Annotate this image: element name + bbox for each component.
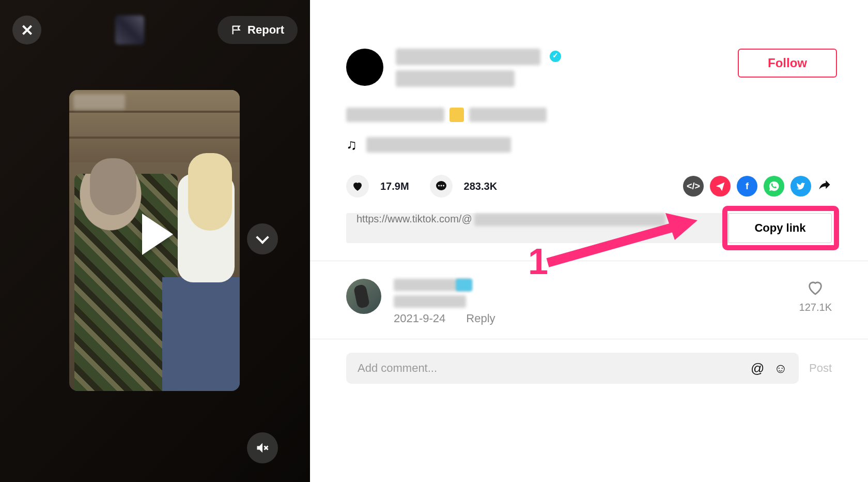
share-more-button[interactable] bbox=[817, 177, 832, 195]
svg-point-2 bbox=[440, 185, 442, 187]
copy-link-button[interactable]: Copy link bbox=[729, 213, 832, 243]
embed-icon: </> bbox=[687, 181, 700, 192]
author-avatar[interactable] bbox=[346, 49, 383, 86]
commenter-avatar[interactable] bbox=[346, 279, 381, 314]
video-player[interactable] bbox=[69, 90, 240, 391]
comment-like-count: 127.1K bbox=[799, 302, 832, 313]
link-row: https://www.tiktok.com/@ Copy link 1 bbox=[346, 213, 832, 243]
share-send-button[interactable] bbox=[710, 176, 731, 197]
emoji-icon[interactable]: ☺ bbox=[773, 360, 787, 376]
play-icon bbox=[142, 214, 173, 255]
comment-date: 2021-9-24 bbox=[394, 312, 445, 325]
share-arrow-icon bbox=[817, 177, 832, 192]
comment-count: 283.3K bbox=[464, 180, 498, 192]
flag-icon bbox=[231, 24, 242, 36]
uploader-avatar-thumb[interactable] bbox=[115, 16, 144, 44]
author-names bbox=[396, 49, 738, 92]
commenter-badge bbox=[456, 279, 472, 291]
svg-point-3 bbox=[443, 185, 444, 187]
chevron-down-icon bbox=[256, 231, 269, 244]
mute-button[interactable] bbox=[247, 432, 278, 463]
comment-icon bbox=[435, 180, 447, 192]
comment-item: 2021-9-24 Reply 127.1K bbox=[310, 279, 868, 325]
share-whatsapp-button[interactable] bbox=[764, 176, 784, 197]
heart-outline-icon bbox=[807, 279, 824, 296]
follow-button[interactable]: Follow bbox=[738, 49, 837, 78]
video-link-field[interactable]: https://www.tiktok.com/@ bbox=[346, 213, 729, 243]
stats-left: 17.9M 283.3K bbox=[346, 175, 497, 198]
sound-title-redacted bbox=[366, 137, 511, 153]
post-comment-button[interactable]: Post bbox=[809, 362, 832, 375]
link-url-prefix: https://www.tiktok.com/@ bbox=[357, 213, 472, 224]
share-twitter-button[interactable] bbox=[791, 176, 811, 197]
caption-text-redacted bbox=[346, 108, 444, 122]
comment-input[interactable]: Add comment... @ ☺ bbox=[346, 353, 799, 384]
verified-badge-icon bbox=[550, 51, 561, 62]
share-embed-button[interactable]: </> bbox=[683, 176, 704, 197]
comment-body: 2021-9-24 Reply bbox=[394, 279, 787, 325]
heart-icon bbox=[351, 180, 364, 192]
report-button[interactable]: Report bbox=[218, 16, 298, 44]
caption-hashtag-redacted bbox=[469, 108, 547, 122]
divider bbox=[310, 261, 868, 261]
comment-meta: 2021-9-24 Reply bbox=[394, 312, 787, 325]
comment-placeholder: Add comment... bbox=[358, 362, 437, 375]
link-url-redacted bbox=[474, 214, 665, 226]
share-facebook-button[interactable]: f bbox=[737, 176, 757, 197]
author-header: Follow bbox=[310, 49, 868, 92]
annotation-step-number: 1 bbox=[528, 241, 548, 282]
twitter-icon bbox=[796, 181, 806, 191]
mute-icon bbox=[255, 441, 270, 455]
video-pane: ✕ Report bbox=[0, 0, 310, 482]
video-top-bar: ✕ Report bbox=[0, 16, 310, 44]
video-caption bbox=[346, 107, 832, 123]
author-username-redacted bbox=[396, 49, 540, 65]
send-icon bbox=[715, 181, 725, 191]
sound-row[interactable]: ♫ bbox=[346, 137, 832, 153]
next-video-button[interactable] bbox=[247, 223, 278, 254]
comment-text-redacted bbox=[394, 295, 466, 308]
close-icon: ✕ bbox=[21, 21, 34, 39]
close-button[interactable]: ✕ bbox=[12, 16, 41, 44]
svg-point-1 bbox=[438, 185, 440, 187]
comment-reply-button[interactable]: Reply bbox=[466, 312, 495, 325]
author-displayname-redacted bbox=[396, 70, 515, 87]
stats-row: 17.9M 283.3K </> f bbox=[346, 175, 832, 198]
caption-emoji bbox=[450, 108, 464, 122]
report-label: Report bbox=[247, 23, 284, 37]
facebook-icon: f bbox=[746, 181, 749, 192]
comment-button[interactable] bbox=[430, 175, 453, 198]
music-note-icon: ♫ bbox=[346, 137, 357, 153]
comment-like[interactable]: 127.1K bbox=[799, 279, 832, 313]
mention-icon[interactable]: @ bbox=[751, 360, 764, 376]
like-button[interactable] bbox=[346, 175, 369, 198]
detail-pane: Follow ♫ 17.9M 283.3K </> bbox=[310, 0, 868, 482]
whatsapp-icon bbox=[768, 180, 780, 192]
divider bbox=[310, 339, 868, 339]
share-row: </> f bbox=[683, 176, 832, 197]
video-watermark bbox=[73, 94, 125, 110]
video-still-subject bbox=[162, 174, 240, 391]
like-count: 17.9M bbox=[380, 180, 409, 192]
compose-row: Add comment... @ ☺ Post bbox=[310, 353, 868, 384]
